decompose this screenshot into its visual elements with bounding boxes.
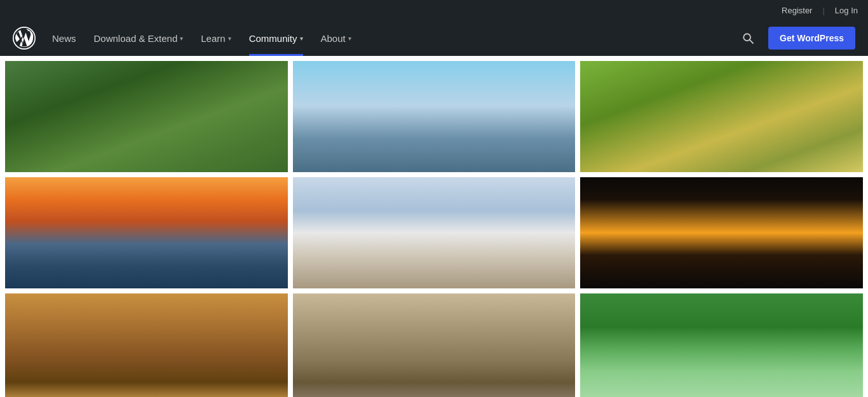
- photo-item-7[interactable]: [5, 293, 288, 397]
- nav-links: News Download & Extend ▾ Learn ▾ Communi…: [43, 20, 735, 56]
- search-icon: [742, 32, 754, 44]
- photo-grid: [0, 56, 868, 397]
- nav-news[interactable]: News: [43, 20, 85, 56]
- register-link[interactable]: Register: [782, 6, 812, 15]
- navbar-right: Get WordPress: [735, 25, 855, 51]
- photo-item-1[interactable]: [5, 61, 288, 172]
- photo-item-2[interactable]: [293, 61, 576, 172]
- photo-item-5[interactable]: [293, 177, 576, 288]
- photo-item-3[interactable]: [580, 61, 863, 172]
- nav-learn[interactable]: Learn ▾: [192, 20, 240, 56]
- photo-image-9: [580, 293, 863, 397]
- login-link[interactable]: Log In: [835, 6, 858, 15]
- photo-image-6: [580, 177, 863, 288]
- navbar: News Download & Extend ▾ Learn ▾ Communi…: [0, 20, 868, 56]
- nav-community[interactable]: Community ▾: [240, 20, 312, 56]
- photo-item-9[interactable]: [580, 293, 863, 397]
- photo-image-3: [580, 61, 863, 172]
- photo-item-6[interactable]: [580, 177, 863, 288]
- photo-item-4[interactable]: [5, 177, 288, 288]
- svg-point-1: [743, 34, 750, 41]
- photo-image-7: [5, 293, 288, 397]
- svg-line-2: [750, 40, 753, 43]
- photo-image-2: [293, 61, 576, 172]
- get-wordpress-button[interactable]: Get WordPress: [768, 27, 855, 50]
- learn-chevron-icon: ▾: [228, 35, 231, 42]
- nav-about[interactable]: About ▾: [312, 20, 360, 56]
- auth-divider: |: [822, 6, 824, 15]
- search-button[interactable]: [735, 25, 761, 51]
- wordpress-logo[interactable]: [13, 27, 36, 50]
- photo-image-4: [5, 177, 288, 288]
- photo-image-1: [5, 61, 288, 172]
- download-chevron-icon: ▾: [180, 35, 183, 42]
- photo-item-8[interactable]: [293, 293, 576, 397]
- nav-download[interactable]: Download & Extend ▾: [85, 20, 193, 56]
- photo-image-5: [293, 177, 576, 288]
- auth-bar: Register | Log In: [0, 0, 868, 20]
- community-chevron-icon: ▾: [300, 35, 303, 42]
- photo-image-8: [293, 293, 576, 397]
- about-chevron-icon: ▾: [348, 35, 351, 42]
